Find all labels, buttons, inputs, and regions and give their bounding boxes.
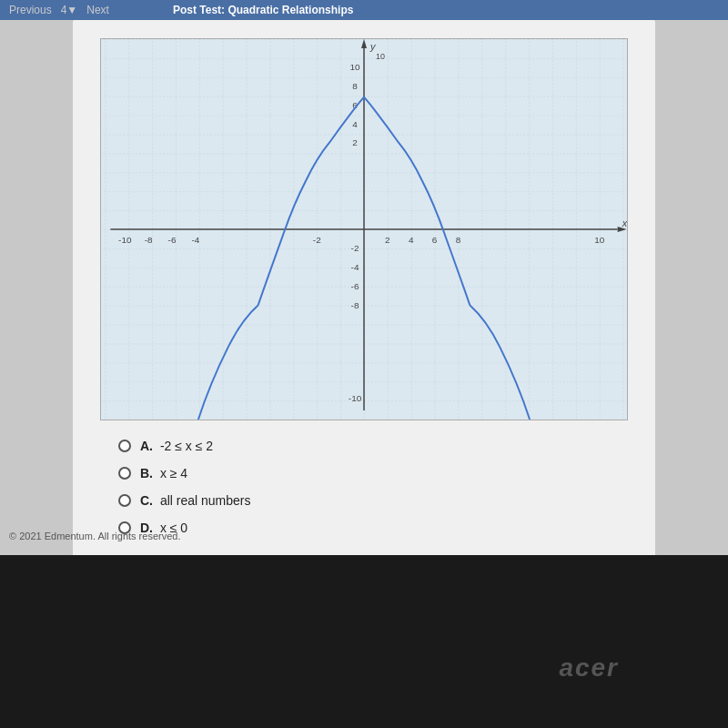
svg-text:-4: -4 bbox=[351, 262, 359, 272]
top-navigation-bar: Previous 4▼ Next Post Test: Quadratic Re… bbox=[0, 0, 728, 20]
answer-option-a[interactable]: A. -2 ≤ x ≤ 2 bbox=[118, 439, 637, 453]
svg-text:-6: -6 bbox=[351, 281, 359, 291]
svg-text:-8: -8 bbox=[351, 300, 359, 310]
footer-copyright: © 2021 Edmentum. All rights reserved. bbox=[0, 531, 728, 541]
svg-text:8: 8 bbox=[352, 81, 358, 91]
svg-text:10: 10 bbox=[376, 52, 385, 61]
svg-text:-10: -10 bbox=[118, 235, 132, 245]
svg-text:-2: -2 bbox=[351, 243, 359, 253]
coordinate-graph: -10 -8 -6 -4 -2 2 4 6 8 10 10 8 6 4 2 -2… bbox=[101, 39, 627, 420]
svg-text:-4: -4 bbox=[191, 235, 199, 245]
nav-previous[interactable]: Previous bbox=[9, 4, 52, 16]
svg-text:-8: -8 bbox=[145, 235, 153, 245]
answer-b-label: B. x ≥ 4 bbox=[140, 466, 187, 480]
svg-text:10: 10 bbox=[594, 235, 605, 245]
answer-choices: A. -2 ≤ x ≤ 2 B. x ≥ 4 C. all real numbe… bbox=[91, 439, 637, 535]
radio-a[interactable] bbox=[118, 440, 131, 452]
acer-brand-logo: acer bbox=[559, 653, 619, 682]
svg-text:2: 2 bbox=[352, 137, 358, 147]
answer-a-label: A. -2 ≤ x ≤ 2 bbox=[140, 439, 213, 453]
svg-text:4: 4 bbox=[352, 119, 358, 129]
answer-option-c[interactable]: C. all real numbers bbox=[118, 493, 637, 508]
svg-text:10: 10 bbox=[350, 62, 361, 72]
svg-text:4: 4 bbox=[409, 235, 414, 245]
graph-area: -10 -8 -6 -4 -2 2 4 6 8 10 10 8 6 4 2 -2… bbox=[100, 38, 628, 420]
radio-c[interactable] bbox=[118, 494, 131, 507]
svg-text:2: 2 bbox=[385, 235, 390, 245]
svg-text:-10: -10 bbox=[349, 393, 362, 403]
svg-text:-2: -2 bbox=[313, 235, 321, 245]
nav-arrows: 4▼ bbox=[61, 4, 78, 16]
nav-next[interactable]: Next bbox=[86, 4, 109, 16]
svg-text:8: 8 bbox=[456, 235, 461, 245]
radio-b[interactable] bbox=[118, 467, 131, 480]
laptop-bottom: acer bbox=[0, 555, 728, 728]
page-title: Post Test: Quadratic Relationships bbox=[173, 4, 353, 16]
answer-c-label: C. all real numbers bbox=[140, 493, 251, 508]
answer-option-b[interactable]: B. x ≥ 4 bbox=[118, 466, 637, 480]
svg-text:x: x bbox=[622, 217, 627, 228]
svg-text:-6: -6 bbox=[168, 235, 177, 245]
main-content: -10 -8 -6 -4 -2 2 4 6 8 10 10 8 6 4 2 -2… bbox=[73, 20, 655, 566]
svg-text:6: 6 bbox=[432, 235, 438, 245]
